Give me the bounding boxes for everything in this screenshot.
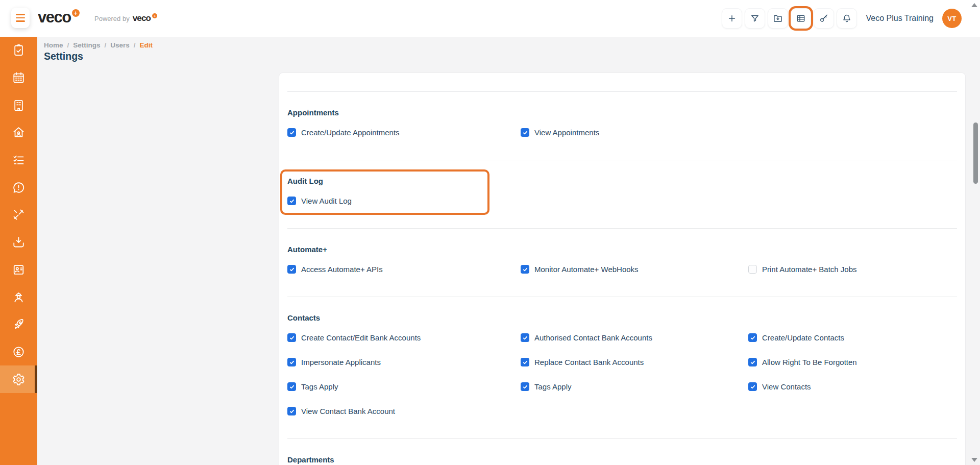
- permission-item[interactable]: Create/Update Contacts: [748, 333, 957, 358]
- permission-label: Impersonate Applicants: [301, 358, 381, 366]
- veco-logo: veco +: [38, 7, 80, 28]
- permissions-sections: AppointmentsCreate/Update AppointmentsVi…: [279, 91, 965, 464]
- api-key-button[interactable]: [814, 8, 834, 29]
- breadcrumb-users[interactable]: Users: [110, 41, 130, 49]
- imports-icon: [12, 235, 26, 249]
- header-right-group: Veco Plus Training VT: [722, 8, 962, 29]
- notifications-icon: [842, 13, 852, 23]
- permission-label: View Contact Bank Account: [301, 407, 395, 415]
- sidebar-item-imports[interactable]: [0, 229, 37, 256]
- permission-item[interactable]: View Contact Bank Account: [287, 407, 521, 431]
- menu-hamburger-button[interactable]: [11, 8, 30, 28]
- permission-item[interactable]: Authorised Contact Bank Accounts: [521, 333, 748, 358]
- checkbox-checked-icon[interactable]: [521, 128, 529, 137]
- sidebar-item-contacts-book[interactable]: [0, 256, 37, 284]
- permission-label: Print Automate+ Batch Jobs: [762, 265, 857, 274]
- sidebar-item-maintenance-tools[interactable]: [0, 201, 37, 229]
- permission-item[interactable]: Create Contact/Edit Bank Accounts: [287, 333, 521, 358]
- permission-item[interactable]: View Audit Log: [287, 197, 521, 221]
- folder-import-icon: [773, 13, 783, 23]
- checkbox-checked-icon[interactable]: [287, 407, 296, 415]
- scrollbar-up-arrow-icon[interactable]: [971, 3, 977, 7]
- permission-label: Authorised Contact Bank Accounts: [534, 333, 652, 342]
- checkbox-checked-icon[interactable]: [287, 128, 296, 137]
- checkbox-checked-icon[interactable]: [521, 265, 529, 274]
- logo-plus-icon: +: [72, 9, 80, 17]
- sidebar-item-settings[interactable]: [0, 365, 37, 393]
- checkbox-checked-icon[interactable]: [287, 265, 296, 274]
- section-divider: [287, 91, 957, 92]
- permission-label: Create/Update Contacts: [762, 333, 844, 342]
- checkbox-unchecked-icon[interactable]: [748, 265, 757, 274]
- breadcrumb-home[interactable]: Home: [44, 41, 63, 49]
- permission-item[interactable]: Tags Apply: [521, 382, 748, 407]
- permission-item[interactable]: Print Automate+ Batch Jobs: [748, 265, 957, 289]
- notifications-button[interactable]: [837, 8, 857, 29]
- checkbox-checked-icon[interactable]: [521, 333, 529, 342]
- powered-by: Powered by veco +: [94, 0, 157, 37]
- top-header: veco + Powered by veco + Veco Plus Train…: [0, 0, 980, 37]
- checkbox-checked-icon[interactable]: [521, 358, 529, 366]
- checklist-icon: [12, 153, 26, 167]
- permission-item[interactable]: View Contacts: [748, 382, 957, 407]
- permission-label: Access Automate+ APIs: [301, 265, 383, 274]
- sidebar-item-calendar[interactable]: [0, 64, 37, 92]
- scrollbar-down-arrow-icon[interactable]: [971, 458, 977, 462]
- permission-item[interactable]: Create/Update Appointments: [287, 128, 521, 153]
- permission-item[interactable]: Tags Apply: [287, 382, 521, 407]
- powered-brand-text: veco: [133, 13, 151, 23]
- permission-item[interactable]: View Appointments: [521, 128, 748, 153]
- folder-import-button[interactable]: [768, 8, 788, 29]
- sidebar-item-launch[interactable]: [0, 311, 37, 338]
- api-key-icon: [819, 13, 829, 23]
- tasks-icon: [12, 43, 26, 57]
- finance-icon: [12, 345, 26, 359]
- permission-label: Monitor Automate+ WebHooks: [534, 265, 639, 274]
- breadcrumb-settings[interactable]: Settings: [73, 41, 100, 49]
- permission-item[interactable]: Access Automate+ APIs: [287, 265, 521, 289]
- add-button[interactable]: [722, 8, 742, 29]
- checkbox-checked-icon[interactable]: [287, 197, 296, 205]
- add-icon: [727, 13, 737, 23]
- permission-item[interactable]: Allow Right To Be Forgotten: [748, 358, 957, 382]
- checkbox-checked-icon[interactable]: [748, 358, 757, 366]
- permission-item[interactable]: Monitor Automate+ WebHooks: [521, 265, 748, 289]
- filter-icon: [750, 13, 760, 23]
- checkbox-checked-icon[interactable]: [748, 382, 757, 391]
- sidebar-item-checklist[interactable]: [0, 146, 37, 174]
- section-title: Appointments: [287, 108, 957, 117]
- permission-label: Allow Right To Be Forgotten: [762, 358, 857, 366]
- maintenance-tools-icon: [12, 208, 26, 222]
- breadcrumb-separator: /: [67, 41, 69, 49]
- permissions-grid: View Audit Log: [287, 197, 957, 221]
- contacts-book-icon: [12, 263, 26, 277]
- header-toolbar: [722, 8, 857, 29]
- permission-item[interactable]: Impersonate Applicants: [287, 358, 521, 382]
- permissions-grid: Create Contact/Edit Bank AccountsAuthori…: [287, 333, 957, 431]
- sidebar-item-finance[interactable]: [0, 338, 37, 366]
- permission-item[interactable]: Replace Contact Bank Accounts: [521, 358, 748, 382]
- account-name[interactable]: Veco Plus Training: [866, 14, 934, 23]
- sidebar-item-contractors[interactable]: [0, 283, 37, 311]
- checkbox-checked-icon[interactable]: [287, 382, 296, 391]
- permission-label: Replace Contact Bank Accounts: [534, 358, 644, 366]
- section-divider: [287, 160, 957, 160]
- checkbox-checked-icon[interactable]: [287, 358, 296, 366]
- sidebar-item-messages[interactable]: [0, 174, 37, 201]
- checkbox-checked-icon[interactable]: [748, 333, 757, 342]
- scrollbar-thumb[interactable]: [973, 123, 978, 184]
- permission-label: Tags Apply: [534, 382, 572, 391]
- user-avatar[interactable]: VT: [942, 9, 962, 28]
- filter-button[interactable]: [745, 8, 765, 29]
- checkbox-checked-icon[interactable]: [521, 382, 529, 391]
- section-title: Contacts: [287, 313, 957, 322]
- logo-text: veco: [38, 7, 71, 28]
- breadcrumb-separator: /: [134, 41, 136, 49]
- checkbox-checked-icon[interactable]: [287, 333, 296, 342]
- sidebar-item-properties[interactable]: [0, 91, 37, 119]
- table-view-button[interactable]: [791, 8, 811, 29]
- section-audit-log: Audit LogView Audit Log: [287, 160, 957, 221]
- messages-icon: [12, 181, 26, 194]
- sidebar-item-applicants-home[interactable]: [0, 119, 37, 146]
- sidebar-item-tasks[interactable]: [0, 37, 37, 64]
